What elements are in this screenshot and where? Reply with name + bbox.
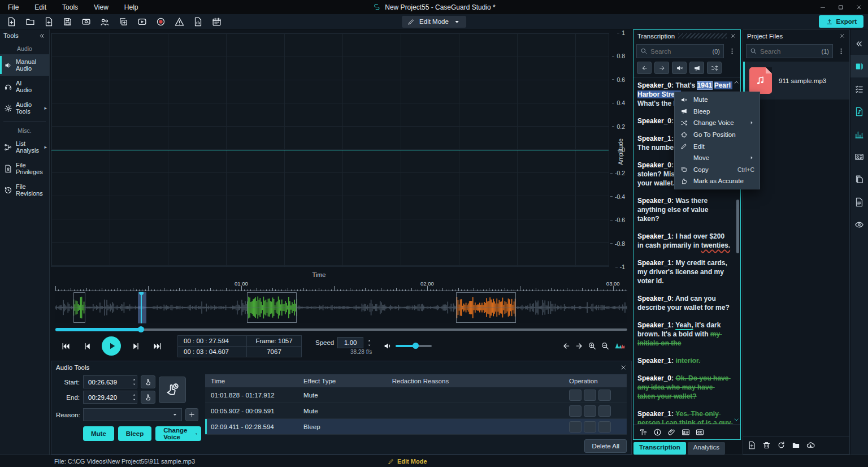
speed-input[interactable] [337,337,363,348]
effect-region-box[interactable] [73,292,85,323]
save-archive-button[interactable] [79,15,94,28]
warnings-button[interactable] [172,15,187,28]
context-menu-item-go-to-position[interactable]: Go To Position [675,129,760,141]
pan-right-button[interactable] [575,341,584,351]
play-button[interactable] [102,336,121,356]
bleep-button[interactable]: Bleep [118,426,151,441]
delete-effect-button[interactable] [598,421,611,433]
next-frame-button[interactable] [127,339,145,353]
open-project-button[interactable] [23,15,38,28]
waveform-overview[interactable] [55,292,627,323]
transcript-segment[interactable]: Speaker_1: interior. [637,356,731,365]
play-effect-button[interactable] [584,390,596,401]
sidebar-item-audio-tools[interactable]: AudioTools▸ [0,97,49,119]
refresh-files-button[interactable] [777,441,785,449]
rail-file-copy-button[interactable] [850,168,868,191]
rail-visibility-button[interactable] [850,213,868,236]
zoom-out-button[interactable] [601,341,610,351]
delete-effect-button[interactable] [598,405,611,417]
pick-end-button[interactable] [141,391,155,404]
info-button[interactable] [653,428,662,436]
end-stepper[interactable] [132,393,137,401]
volume-slider[interactable] [396,345,432,347]
play-effect-button[interactable] [584,405,596,417]
previous-frame-button[interactable] [78,339,96,353]
bleep-segment-button[interactable] [689,62,704,74]
meeting-button[interactable] [97,15,112,28]
timeline-ruler[interactable]: 01:0002:0003:00 [55,280,627,292]
end-time-field[interactable] [83,391,137,404]
add-file-button[interactable] [748,441,756,449]
effect-row[interactable]: 00:05.902 - 00:09.591Mute [205,403,627,419]
text-size-button[interactable] [639,428,648,436]
waveform-chart[interactable]: 10.80.60.40.20-0.2-0.4-0.6-0.8-1 Amplitu… [50,29,633,280]
change-voice-button[interactable]: Change Voice [155,426,201,441]
context-menu-item-edit[interactable]: Edit [675,140,760,152]
speaker-id-button[interactable] [682,428,690,436]
seek-bar[interactable] [55,325,627,334]
rail-task-list-button[interactable] [850,77,868,100]
skip-start-button[interactable] [57,339,75,353]
menu-view[interactable]: View [86,0,116,14]
close-icon[interactable] [620,364,627,371]
effect-row[interactable]: 02:09.411 - 02:28.594Bleep [205,419,627,435]
maximize-button[interactable] [832,0,850,14]
step-up-icon[interactable] [367,339,372,343]
transcript-segment[interactable]: Speaker_1: My credit cards, my driver's … [637,258,731,286]
project-files-search[interactable]: (1) [746,44,833,58]
add-reason-button[interactable] [185,408,198,421]
cloud-sync-button[interactable] [806,441,815,449]
rail-collapse-panel-button[interactable] [850,32,868,55]
previous-segment-button[interactable] [637,62,652,74]
next-segment-button[interactable] [654,62,669,74]
sidebar-item-file-privileges[interactable]: FilePrivileges [0,158,49,179]
transcript-segment[interactable]: Speaker_1: Yes. The only person I can th… [637,409,731,424]
seek-handle[interactable] [138,326,144,332]
close-icon[interactable] [730,33,736,39]
context-menu-item-mute[interactable]: Mute [675,94,760,106]
selection-region[interactable] [138,292,146,323]
context-menu-item-copy[interactable]: CopyCtrl+C [675,164,760,176]
effect-row[interactable]: 01:01.828 - 01:17.912Mute [205,387,627,403]
attachment-button[interactable] [667,428,676,436]
project-files-search-input[interactable] [760,48,819,55]
effect-region-box[interactable] [456,292,515,323]
chart-plot-area[interactable] [51,33,609,267]
mute-button[interactable]: Mute [83,426,114,441]
report-button[interactable] [190,15,206,28]
close-button[interactable] [850,0,868,14]
start-time-field[interactable] [83,375,137,388]
refresh-effect-button[interactable] [569,390,581,401]
change-voice-segment-button[interactable] [707,62,722,74]
context-menu-item-mark-as-accurate[interactable]: Mark as Accurate [675,175,760,187]
tab-transcription[interactable]: Transcription [633,442,686,455]
delete-file-button[interactable] [762,441,771,449]
transcript-segment[interactable]: Speaker_0: Ok. Do you have any idea who … [637,374,731,401]
delete-effect-button[interactable] [598,390,611,401]
transcript-segment[interactable]: Speaker_0: Was there anything else of va… [637,196,731,223]
end-time-input[interactable] [84,394,132,401]
transcript-segment[interactable]: Speaker_1: I had over $200 in cash prima… [637,232,731,250]
minimize-button[interactable] [814,0,832,14]
context-menu-item-bleep[interactable]: Bleep [675,106,760,118]
zoom-in-button[interactable] [588,341,597,351]
panel-drag-handle[interactable] [678,33,727,38]
step-down-icon[interactable] [367,343,372,347]
duplicate-button[interactable] [116,15,131,28]
transcript-segment[interactable]: Speaker_0: And can you describe your wal… [637,294,731,312]
playhead[interactable] [141,292,142,323]
rail-analytics-button[interactable] [850,123,868,145]
mode-dropdown[interactable]: Edit Mode [402,16,466,28]
rail-audio-file-button[interactable] [850,100,868,123]
tab-analytics[interactable]: Analytics [688,442,725,455]
start-stepper[interactable] [132,378,137,386]
pick-range-button[interactable] [159,377,186,403]
menu-file[interactable]: File [0,0,27,14]
scroll-up-button[interactable] [733,79,740,86]
effect-region-box[interactable] [247,292,297,323]
context-menu-item-move[interactable]: Move [675,152,760,164]
scrollbar-thumb[interactable] [736,200,739,253]
skip-end-button[interactable] [148,339,166,353]
video-button[interactable] [134,15,150,28]
new-project-button[interactable] [4,15,19,28]
